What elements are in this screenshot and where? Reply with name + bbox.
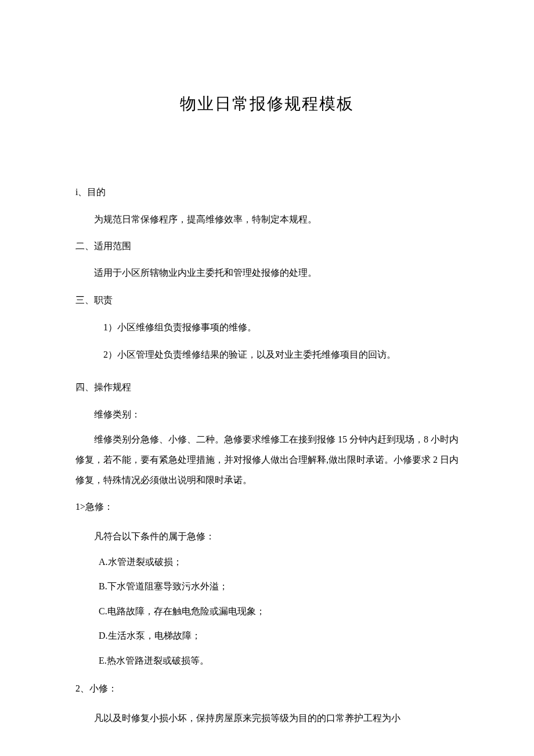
section-3-item-2: 2）小区管理处负责维修结果的验证，以及对业主委托维修项目的回访。 xyxy=(75,344,459,366)
section-4-para: 维修类别分急修、小修、二种。急修要求维修工在接到报修 15 分钟内赶到现场，8 … xyxy=(75,429,459,491)
section-5-heading: 1>急修： xyxy=(75,499,459,514)
section-5-item-c: C.电路故障，存在触电危险或漏电现象； xyxy=(75,600,459,622)
document-page: 物业日常报修规程模板 i、目的 为规范日常保修程序，提高维修效率，特制定本规程。… xyxy=(0,0,534,756)
section-5-item-a: A.水管迸裂或破损； xyxy=(75,551,459,573)
section-3-heading: 三、职责 xyxy=(75,293,459,308)
section-5-item-e: E.热水管路迸裂或破损等。 xyxy=(75,650,459,672)
section-5-item-d: D.生活水泵，电梯故障； xyxy=(75,625,459,647)
section-2-body: 适用于小区所辖物业内业主委托和管理处报修的处理。 xyxy=(75,262,459,283)
section-2-heading: 二、适用范围 xyxy=(75,239,459,254)
section-5-intro: 凡符合以下条件的属于急修： xyxy=(75,526,459,546)
section-6-body: 凡以及时修复小损小坏，保持房屋原来完损等级为目的的口常养护工程为小 xyxy=(75,708,459,728)
section-5-item-b: B.下水管道阻塞导致污水外溢； xyxy=(75,575,459,597)
section-1-heading: i、目的 xyxy=(75,185,459,200)
section-4-sub: 维修类别： xyxy=(75,404,459,424)
document-title: 物业日常报修规程模板 xyxy=(75,93,459,115)
section-6-heading: 2、小修： xyxy=(75,681,459,696)
section-3-item-1: 1）小区维修组负责报修事项的维修。 xyxy=(75,316,459,339)
section-1-body: 为规范日常保修程序，提高维修效率，特制定本规程。 xyxy=(75,209,459,229)
section-4-heading: 四、操作规程 xyxy=(75,380,459,395)
